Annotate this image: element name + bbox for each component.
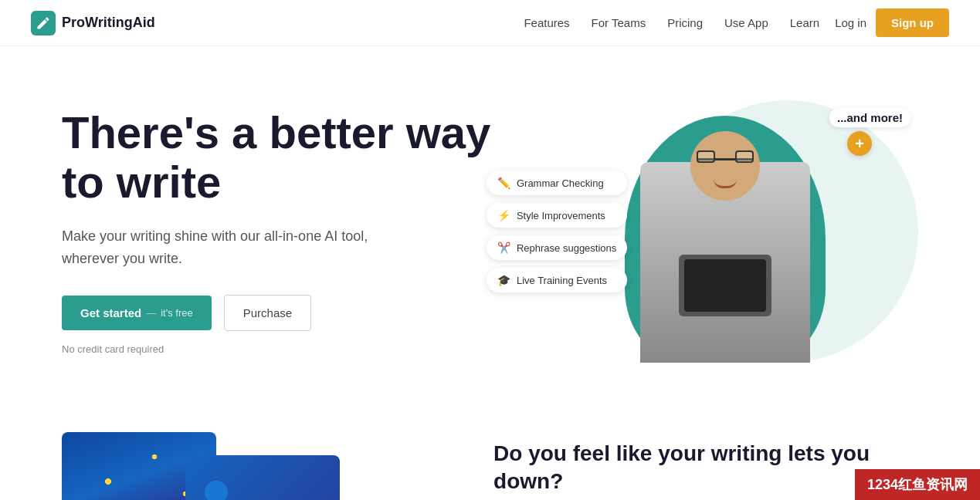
pill-style: ⚡ Style Improvements <box>487 203 627 228</box>
nav-links: Features For Teams Pricing Use App Learn <box>524 16 819 30</box>
pill-grammar: ✏️ Grammar Checking <box>487 171 627 195</box>
nav-learn[interactable]: Learn <box>790 16 819 29</box>
logo-text: ProWritingAid <box>62 15 155 31</box>
blue-pattern-inner <box>185 455 340 500</box>
pill-training: 🎓 Live Training Events <box>487 268 627 292</box>
get-started-label: Get started <box>80 306 141 319</box>
pill-style-label: Style Improvements <box>517 210 605 221</box>
glasses-right <box>735 150 754 163</box>
laptop-screen <box>684 259 766 312</box>
pill-rephrase: ✂️ Rephrase suggestions <box>487 235 627 260</box>
hero-right: ✏️ Grammar Checking ⚡ Style Improvements… <box>533 93 918 370</box>
hero-title: There's a better way to write <box>62 108 502 207</box>
login-button[interactable]: Log in <box>835 16 866 29</box>
nav-pricing[interactable]: Pricing <box>667 16 703 29</box>
person-smile <box>714 179 737 188</box>
person-body <box>640 131 810 363</box>
logo-icon <box>31 11 56 35</box>
pencil-icon: ✏️ <box>497 177 510 189</box>
graduation-icon: 🎓 <box>497 274 510 286</box>
get-started-button[interactable]: Get started — it's free <box>62 296 212 330</box>
get-started-free: it's free <box>161 307 193 319</box>
nav-use-app[interactable]: Use App <box>724 16 768 29</box>
nav-for-teams[interactable]: For Teams <box>592 16 646 29</box>
scissors-icon: ✂️ <box>497 242 510 254</box>
image-stack: My idea in my head <box>62 432 355 500</box>
hero-section: There's a better way to write Make your … <box>0 46 980 401</box>
person-head <box>690 131 760 201</box>
hero-buttons: Get started — it's free Purchase <box>62 295 502 331</box>
no-credit-card-note: No credit card required <box>62 343 502 355</box>
hero-left: There's a better way to write Make your … <box>62 108 533 354</box>
pill-rephrase-label: Rephrase suggestions <box>517 242 616 254</box>
second-section: My idea in my head Do you feel like your… <box>0 401 980 500</box>
glasses-left <box>697 150 715 163</box>
plus-badge: + <box>847 131 872 156</box>
nav-features[interactable]: Features <box>524 16 569 29</box>
hero-subtitle: Make your writing shine with our all-in-… <box>62 225 386 270</box>
watermark: 1234红鱼资讯网 <box>855 469 980 500</box>
signup-button[interactable]: Sign up <box>876 8 949 37</box>
navbar: ProWritingAid Features For Teams Pricing… <box>0 0 980 46</box>
hero-illustration <box>617 100 833 363</box>
feature-pills: ✏️ Grammar Checking ⚡ Style Improvements… <box>487 171 627 292</box>
blue-pattern-image <box>185 455 340 500</box>
second-section-left: My idea in my head <box>62 432 447 500</box>
logo-link[interactable]: ProWritingAid <box>31 11 155 35</box>
more-text-badge: ...and more! <box>829 108 910 127</box>
pill-training-label: Live Training Events <box>517 275 607 286</box>
laptop <box>679 255 771 316</box>
purchase-button[interactable]: Purchase <box>224 295 311 331</box>
lightning-icon: ⚡ <box>497 209 510 221</box>
get-started-dash: — <box>146 307 156 319</box>
pill-grammar-label: Grammar Checking <box>517 177 604 189</box>
